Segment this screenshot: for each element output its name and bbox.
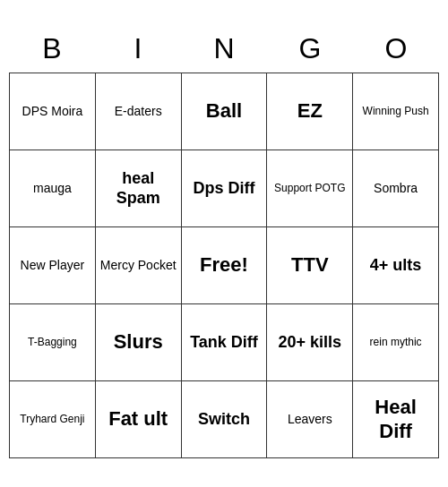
bingo-cell[interactable]: Ball [182,73,268,150]
bingo-grid: DPS MoiraE-datersBallEZWinning Pushmauga… [9,73,439,458]
cell-text: E-daters [115,104,162,119]
bingo-cell[interactable]: Slurs [96,304,182,381]
cell-text: mauga [33,181,72,196]
bingo-cell[interactable]: heal Spam [96,150,182,227]
bingo-cell[interactable]: Mercy Pocket [96,227,182,304]
cell-text: 4+ ults [370,256,422,276]
cell-text: New Player [21,258,85,273]
cell-text: Mercy Pocket [100,258,177,273]
header-letter: I [95,29,181,69]
bingo-cell[interactable]: Tank Diff [182,304,268,381]
cell-text: Leavers [288,412,332,427]
bingo-cell[interactable]: mauga [10,150,96,227]
bingo-cell[interactable]: 4+ ults [353,227,439,304]
cell-text: Sombra [374,181,418,196]
header-letter: N [181,29,267,69]
cell-text: EZ [297,99,323,123]
cell-text: Winning Push [363,105,429,117]
cell-text: Tank Diff [190,333,258,353]
cell-text: heal Spam [99,169,178,208]
cell-text: Tryhard Genji [20,413,84,425]
bingo-cell[interactable]: TTV [267,227,353,304]
bingo-cell[interactable]: Tryhard Genji [10,381,96,458]
bingo-cell[interactable]: Free! [182,227,268,304]
cell-text: rein mythic [370,336,422,348]
bingo-cell[interactable]: EZ [267,73,353,150]
bingo-cell[interactable]: Fat ult [96,381,182,458]
bingo-cell[interactable]: Heal Diff [353,381,439,458]
cell-text: Fat ult [108,407,168,431]
header-letter: G [267,29,353,69]
bingo-board: BINGO DPS MoiraE-datersBallEZWinning Pus… [9,29,439,458]
header-letter: O [353,29,439,69]
bingo-cell[interactable]: Leavers [267,381,353,458]
cell-text: T-Bagging [28,336,77,348]
bingo-cell[interactable]: New Player [10,227,96,304]
bingo-header: BINGO [9,29,439,69]
bingo-cell[interactable]: Winning Push [353,73,439,150]
bingo-cell[interactable]: DPS Moira [10,73,96,150]
cell-text: TTV [291,253,329,277]
bingo-cell[interactable]: Switch [182,381,268,458]
cell-text: Dps Diff [193,179,254,199]
cell-text: Slurs [114,330,163,354]
bingo-cell[interactable]: T-Bagging [10,304,96,381]
header-letter: B [9,29,95,69]
bingo-cell[interactable]: Sombra [353,150,439,227]
bingo-cell[interactable]: 20+ kills [267,304,353,381]
cell-text: Ball [206,99,242,123]
bingo-cell[interactable]: E-daters [96,73,182,150]
bingo-cell[interactable]: rein mythic [353,304,439,381]
cell-text: Free! [200,253,248,277]
cell-text: Support POTG [274,182,345,194]
cell-text: Heal Diff [356,396,435,443]
bingo-cell[interactable]: Dps Diff [182,150,268,227]
cell-text: DPS Moira [22,104,83,119]
cell-text: 20+ kills [279,333,342,353]
bingo-cell[interactable]: Support POTG [267,150,353,227]
cell-text: Switch [198,410,250,430]
